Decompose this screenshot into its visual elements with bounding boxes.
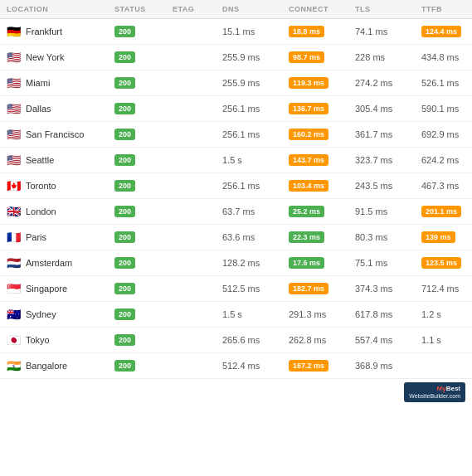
flag-icon: 🇺🇸 <box>7 77 21 89</box>
header-tls: TLS <box>355 5 421 13</box>
status-cell: 200 <box>114 257 173 269</box>
dns-cell: 63.6 ms <box>222 232 289 242</box>
ttfb-cell: 590.1 ms <box>421 104 472 114</box>
status-cell: 200 <box>114 308 173 320</box>
location-cell: 🇩🇪Frankfurt <box>7 26 114 37</box>
tls-cell: 323.7 ms <box>355 155 421 165</box>
tls-cell: 374.3 ms <box>355 284 421 294</box>
dns-cell: 256.1 ms <box>222 104 289 114</box>
connect-badge: 25.2 ms <box>289 206 324 217</box>
ttfb-badge: 201.1 ms <box>421 206 461 217</box>
status-badge: 200 <box>114 231 135 243</box>
ttfb-cell: 1.2 s <box>421 309 472 319</box>
status-badge: 200 <box>114 180 135 192</box>
connect-badge: 119.3 ms <box>289 77 328 89</box>
location-cell: 🇸🇬Singapore <box>7 283 114 294</box>
table-row[interactable]: 🇩🇪Frankfurt20015.1 ms18.8 ms74.1 ms124.4… <box>0 19 472 45</box>
status-cell: 200 <box>114 51 173 63</box>
location-cell: 🇳🇱Amsterdam <box>7 257 114 269</box>
flag-icon: 🇺🇸 <box>7 154 21 166</box>
table-row[interactable]: 🇺🇸Dallas200256.1 ms136.7 ms305.4 ms590.1… <box>0 96 472 122</box>
connect-cell: 143.7 ms <box>289 154 355 166</box>
location-cell: 🇮🇳Bangalore <box>7 360 114 372</box>
header-dns: DNS <box>222 5 289 13</box>
connect-badge: 167.2 ms <box>289 360 328 372</box>
status-badge: 200 <box>114 129 135 140</box>
connect-badge: 22.3 ms <box>289 231 324 243</box>
status-badge: 200 <box>114 360 135 372</box>
flag-icon: 🇺🇸 <box>7 129 21 140</box>
dns-cell: 128.2 ms <box>222 258 289 268</box>
dns-cell: 256.1 ms <box>222 181 289 191</box>
connect-cell: 98.7 ms <box>289 51 355 63</box>
header-ttfb: TTFB <box>421 5 472 13</box>
connect-badge: 18.8 ms <box>289 26 324 37</box>
status-badge: 200 <box>114 103 135 114</box>
watermark-area: MyBestWebsiteBuilder.com <box>0 379 472 406</box>
dns-cell: 1.5 s <box>222 309 289 319</box>
ttfb-cell: 123.5 ms <box>421 257 472 269</box>
status-cell: 200 <box>114 283 173 294</box>
table-row[interactable]: 🇬🇧London20063.7 ms25.2 ms91.5 ms201.1 ms… <box>0 199 472 225</box>
table-row[interactable]: 🇦🇺Sydney2001.5 s291.3 ms617.8 ms1.2 s› <box>0 302 472 328</box>
connect-badge: 103.4 ms <box>289 180 328 192</box>
ttfb-badge: 139 ms <box>421 231 455 243</box>
table-row[interactable]: 🇳🇱Amsterdam200128.2 ms17.6 ms75.1 ms123.… <box>0 250 472 276</box>
location-name: Dallas <box>26 104 51 114</box>
connect-badge: 160.2 ms <box>289 129 328 140</box>
location-cell: 🇺🇸Dallas <box>7 103 114 114</box>
ttfb-cell: 467.3 ms <box>421 181 472 191</box>
location-name: Sydney <box>26 309 56 319</box>
location-name: Frankfurt <box>26 27 62 36</box>
flag-icon: 🇬🇧 <box>7 206 21 217</box>
dns-cell: 63.7 ms <box>222 206 289 216</box>
location-cell: 🇯🇵Tokyo <box>7 334 114 346</box>
connect-badge: 17.6 ms <box>289 257 324 269</box>
table-row[interactable]: 🇺🇸Miami200255.9 ms119.3 ms274.2 ms526.1 … <box>0 70 472 96</box>
table-row[interactable]: 🇺🇸Seattle2001.5 s143.7 ms323.7 ms624.2 m… <box>0 148 472 173</box>
tls-cell: 617.8 ms <box>355 309 421 319</box>
location-cell: 🇫🇷Paris <box>7 231 114 243</box>
ttfb-cell: 712.4 ms <box>421 284 472 294</box>
location-name: Paris <box>26 232 46 242</box>
location-name: Toronto <box>26 181 56 191</box>
table-row[interactable]: 🇮🇳Bangalore200512.4 ms167.2 ms368.9 ms› <box>0 353 472 379</box>
status-cell: 200 <box>114 77 173 89</box>
tls-cell: 305.4 ms <box>355 104 421 114</box>
table-row[interactable]: 🇫🇷Paris20063.6 ms22.3 ms80.3 ms139 ms› <box>0 225 472 250</box>
table-row[interactable]: 🇺🇸San Francisco200256.1 ms160.2 ms361.7 … <box>0 122 472 148</box>
performance-table: LOCATION STATUS ETAG DNS CONNECT TLS TTF… <box>0 0 472 406</box>
ttfb-cell: 624.2 ms <box>421 155 472 165</box>
connect-badge: 182.7 ms <box>289 283 328 294</box>
status-cell: 200 <box>114 334 173 346</box>
connect-badge: 143.7 ms <box>289 154 328 166</box>
location-name: Amsterdam <box>26 258 72 268</box>
status-badge: 200 <box>114 283 135 294</box>
table-row[interactable]: 🇸🇬Singapore200512.5 ms182.7 ms374.3 ms71… <box>0 276 472 302</box>
table-row[interactable]: 🇺🇸New York200255.9 ms98.7 ms228 ms434.8 … <box>0 45 472 70</box>
header-status: STATUS <box>114 5 173 13</box>
location-name: Miami <box>26 78 50 88</box>
connect-cell: 119.3 ms <box>289 77 355 89</box>
table-row[interactable]: 🇯🇵Tokyo200265.6 ms262.8 ms557.4 ms1.1 s› <box>0 328 472 353</box>
connect-cell: 136.7 ms <box>289 103 355 114</box>
connect-cell: 167.2 ms <box>289 360 355 372</box>
location-cell: 🇺🇸San Francisco <box>7 129 114 140</box>
flag-icon: 🇩🇪 <box>7 26 21 37</box>
ttfb-cell: 434.8 ms <box>421 52 472 62</box>
ttfb-cell: 692.9 ms <box>421 129 472 139</box>
dns-cell: 255.9 ms <box>222 52 289 62</box>
header-etag: ETAG <box>173 5 222 13</box>
connect-cell: 25.2 ms <box>289 206 355 217</box>
connect-cell: 18.8 ms <box>289 26 355 37</box>
status-cell: 200 <box>114 360 173 372</box>
connect-cell: 262.8 ms <box>289 335 355 345</box>
location-cell: 🇬🇧London <box>7 206 114 217</box>
location-cell: 🇦🇺Sydney <box>7 308 114 320</box>
watermark-badge: MyBestWebsiteBuilder.com <box>404 382 465 402</box>
location-cell: 🇺🇸Miami <box>7 77 114 89</box>
location-name: New York <box>26 52 64 62</box>
table-row[interactable]: 🇨🇦Toronto200256.1 ms103.4 ms243.5 ms467.… <box>0 173 472 199</box>
status-badge: 200 <box>114 257 135 269</box>
status-badge: 200 <box>114 77 135 89</box>
